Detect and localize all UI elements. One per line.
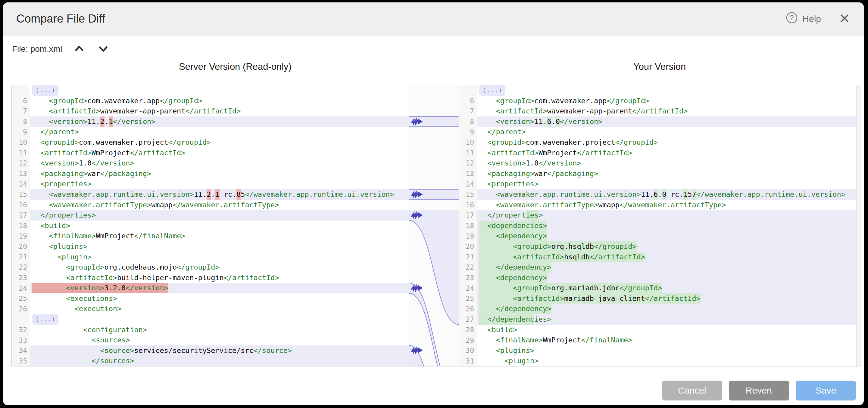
merge-arrow-button[interactable]	[410, 346, 424, 354]
code-line[interactable]: <finalName>WmProject</finalName>	[477, 335, 856, 345]
code-line[interactable]: <artifactId>wavemaker-app-parent</artifa…	[477, 106, 856, 116]
code-line[interactable]: <plugins>	[477, 345, 856, 356]
line-number: 14	[459, 179, 477, 189]
svg-text:?: ?	[790, 14, 794, 22]
merge-arrow-button[interactable]	[410, 117, 424, 126]
code-line[interactable]: <dependencies>	[477, 220, 856, 231]
merge-connector-zone	[409, 85, 459, 366]
code-line: <version>11.2.1</version>	[30, 116, 409, 127]
revert-button[interactable]: Revert	[729, 381, 789, 401]
line-number: 6	[459, 96, 477, 106]
line-number: 17	[459, 210, 477, 220]
line-number: 9	[12, 127, 30, 137]
code-line[interactable]: <wavemaker.app.runtime.ui.version>11.6.0…	[477, 189, 856, 200]
line-number: 8	[459, 116, 477, 127]
line-number: 9	[459, 127, 477, 137]
code-line[interactable]: <wavemaker.artifactType>wmapp</wavemaker…	[477, 200, 856, 210]
line-number: 34	[12, 345, 30, 356]
line-number: 11	[12, 148, 30, 158]
code-line[interactable]: <artifactId>mariadb-java-client</artifac…	[477, 293, 856, 304]
line-number: 29	[459, 335, 477, 345]
help-icon: ?	[785, 11, 798, 26]
code-line[interactable]: <artifactId>WmProject</artifactId>	[477, 148, 856, 158]
line-number: 19	[459, 231, 477, 241]
help-button[interactable]: ? Help	[785, 11, 821, 26]
collapsed-lines-pill[interactable]: (...)	[32, 314, 58, 325]
compare-file-diff-dialog: Compare File Diff ? Help File: pom.xml	[3, 2, 864, 405]
line-number	[12, 314, 30, 325]
line-number: 31	[459, 355, 477, 366]
code-line[interactable]: <artifactId>hsqldb</artifactId>	[477, 252, 856, 262]
close-button[interactable]	[838, 12, 850, 25]
next-diff-button[interactable]	[96, 42, 110, 56]
code-line[interactable]: </properties>	[477, 210, 856, 220]
code-line: <configuration>	[30, 325, 409, 335]
code-line: <packaging>war</packaging>	[30, 169, 409, 179]
dialog-header: Compare File Diff ? Help	[3, 2, 864, 35]
previous-diff-button[interactable]	[72, 42, 86, 56]
code-line[interactable]: <groupId>org.hsqldb</groupId>	[477, 241, 856, 252]
code-line[interactable]: <plugin>	[477, 355, 856, 366]
code-line: <wavemaker.artifactType>wmapp</wavemaker…	[30, 200, 409, 210]
line-number: 35	[12, 355, 30, 366]
line-number: 33	[12, 335, 30, 345]
merge-arrow-button[interactable]	[410, 190, 424, 199]
line-number: 30	[459, 345, 477, 356]
code-line: <groupId>org.codehaus.mojo</groupId>	[30, 262, 409, 273]
merge-arrow-button[interactable]	[410, 284, 424, 292]
code-line: </properties>	[30, 210, 409, 220]
save-button[interactable]: Save	[796, 381, 856, 401]
line-number: 21	[12, 252, 30, 262]
code-line[interactable]: <build>	[477, 325, 856, 335]
code-line[interactable]: </dependencies>	[477, 314, 856, 325]
chevron-down-icon	[98, 43, 109, 55]
code-line[interactable]: <groupId>com.wavemaker.app</groupId>	[477, 96, 856, 106]
code-line[interactable]: <version>11.6.0</version>	[477, 116, 856, 127]
line-number: 23	[12, 273, 30, 283]
code-line[interactable]: <dependency>	[477, 231, 856, 241]
code-line: <artifactId>WmProject</artifactId>	[30, 148, 409, 158]
code-line[interactable]: <groupId>com.wavemaker.project</groupId>	[477, 137, 856, 148]
code-line: <plugins>	[30, 241, 409, 252]
your-version-code-pane[interactable]: (...) <groupId>com.wavemaker.app</groupI…	[477, 85, 856, 366]
code-line: <properties>	[30, 179, 409, 189]
code-line[interactable]: <groupId>org.mariadb.jdbc</groupId>	[477, 283, 856, 293]
line-number: 12	[459, 158, 477, 169]
chevron-up-icon	[73, 43, 85, 55]
collapsed-lines-pill[interactable]: (...)	[32, 85, 58, 96]
line-number: 24	[12, 283, 30, 293]
line-number: 22	[12, 262, 30, 273]
code-line[interactable]: <version>1.0</version>	[477, 158, 856, 169]
line-number: 10	[12, 137, 30, 148]
code-line[interactable]: </dependency>	[477, 262, 856, 273]
line-number: 6	[12, 96, 30, 106]
line-number: 15	[459, 189, 477, 200]
line-number: 16	[12, 200, 30, 210]
code-line[interactable]: </parent>	[477, 127, 856, 137]
line-number: 14	[12, 179, 30, 189]
line-number: 20	[459, 241, 477, 252]
code-line[interactable]: <dependency>	[477, 273, 856, 283]
page-title: Compare File Diff	[16, 12, 785, 25]
code-line[interactable]: </dependency>	[477, 304, 856, 314]
diff-editor: 6789101112131415161718192021222324252632…	[11, 85, 861, 367]
collapsed-region-badge[interactable]: (...)	[30, 85, 409, 96]
line-number: 17	[12, 210, 30, 220]
cancel-button[interactable]: Cancel	[662, 381, 722, 401]
line-number: 7	[12, 106, 30, 116]
code-line: <source>services/securityService/src</so…	[30, 345, 409, 356]
code-line[interactable]: <properties>	[477, 179, 856, 189]
line-number: 13	[12, 169, 30, 179]
code-line: <sources>	[30, 335, 409, 345]
merge-arrow-button[interactable]	[410, 211, 424, 219]
pane-titles: Server Version (Read-only) Your Version	[11, 61, 860, 72]
line-number: 32	[12, 325, 30, 335]
close-icon	[838, 12, 850, 25]
code-line: <groupId>com.wavemaker.app</groupId>	[30, 96, 409, 106]
code-line[interactable]: <packaging>war</packaging>	[477, 169, 856, 179]
collapsed-region-badge[interactable]: (...)	[477, 85, 856, 96]
file-label: File: pom.xml	[12, 44, 62, 54]
collapsed-lines-pill[interactable]: (...)	[479, 85, 505, 96]
collapsed-region-badge[interactable]: (...)	[30, 314, 409, 325]
vertical-scrollbar[interactable]	[856, 85, 861, 366]
